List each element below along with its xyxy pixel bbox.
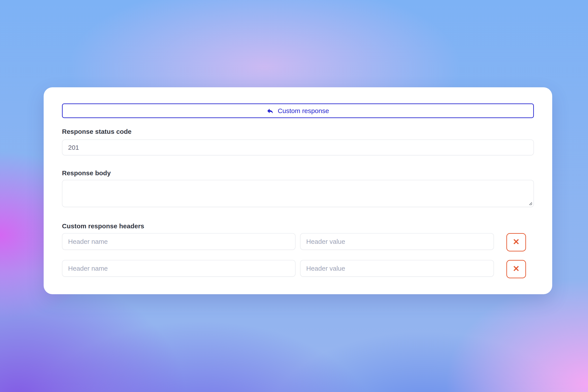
x-icon: ✕ xyxy=(513,264,520,273)
response-status-code-label: Response status code xyxy=(62,128,534,136)
header-name-input[interactable] xyxy=(62,260,296,277)
header-value-input[interactable] xyxy=(300,260,494,277)
custom-response-button-label: Custom response xyxy=(278,107,329,114)
response-status-code-input[interactable] xyxy=(62,140,534,156)
header-row: ✕ xyxy=(62,260,534,278)
header-name-input[interactable] xyxy=(62,233,296,250)
response-body-textarea[interactable] xyxy=(62,180,534,207)
custom-response-panel: Custom response Response status code Res… xyxy=(44,87,552,294)
remove-header-button[interactable]: ✕ xyxy=(506,233,526,252)
custom-response-headers-label: Custom response headers xyxy=(62,222,534,230)
response-body-field xyxy=(62,180,534,208)
custom-response-button[interactable]: Custom response xyxy=(62,104,534,118)
header-value-input[interactable] xyxy=(300,233,494,250)
response-body-label: Response body xyxy=(62,169,534,177)
reply-icon xyxy=(267,108,274,114)
remove-header-button[interactable]: ✕ xyxy=(506,260,526,278)
header-row: ✕ xyxy=(62,233,534,252)
x-icon: ✕ xyxy=(513,238,520,246)
